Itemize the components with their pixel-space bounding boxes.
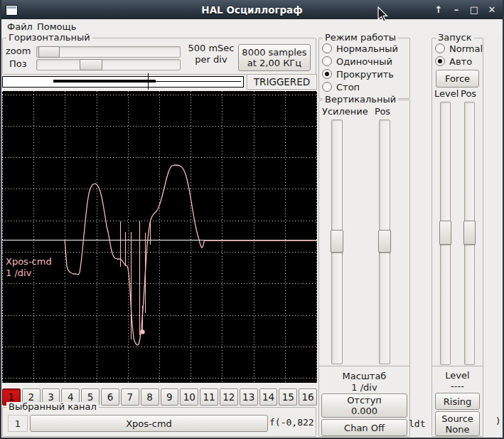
channel-button-13[interactable]: 13: [240, 388, 258, 406]
chan-off-button[interactable]: Chan Off: [321, 419, 407, 436]
channel-button-15[interactable]: 15: [279, 388, 297, 406]
vertical-group: Вертикальный Усиление Pos Масштаб 1 /div…: [318, 100, 410, 437]
radio-circle-icon[interactable]: [322, 69, 332, 79]
record-pending-segment: [156, 81, 241, 83]
samples-line2: at 2,00 КГц: [247, 58, 301, 68]
radio-circle-icon[interactable]: [322, 43, 332, 53]
vertical-separator: [319, 366, 409, 366]
radio-label: Прокрутить: [336, 69, 394, 80]
radio-option-Авто[interactable]: Авто: [432, 55, 483, 68]
samples-line1: 8000 samples: [242, 47, 306, 58]
horizontal-group: Горизонтальный zoom Поз 500 mSec per div…: [2, 38, 316, 75]
scope-channel-scale: 1 /div: [6, 268, 32, 278]
trigger-position-marker: [148, 73, 149, 90]
vpos-label: Pos: [375, 106, 390, 117]
radio-option-Прокрутить[interactable]: Прокрутить: [319, 68, 409, 80]
maximize-button[interactable]: □: [469, 0, 479, 19]
cursor-readout: f(-0,822: [269, 417, 314, 428]
scale-label: Масштаб: [319, 371, 409, 381]
shade-button[interactable]: ↑: [434, 0, 444, 19]
radio-label: Одиночный: [336, 56, 392, 67]
channel-name-label: Xpos-cmd: [126, 418, 172, 429]
offset-line1: Отступ: [347, 395, 382, 406]
app-window: HAL Осциллограф ↑ – □ ✕ Файл Помощь Гори…: [0, 0, 504, 439]
selected-channel-group-label: Выбранный канал: [6, 402, 99, 412]
trigger-level-handle[interactable]: [439, 221, 451, 245]
triggered-label: TRIGGERED: [254, 76, 310, 88]
minimize-button[interactable]: –: [451, 0, 461, 19]
waveform-trace: [65, 165, 317, 345]
offset-line2: 0.000: [351, 406, 377, 416]
trigger-pos-slider-label: Pos: [461, 88, 476, 99]
radio-option-Стоп[interactable]: Стоп: [319, 80, 409, 93]
run-mode-radios: НормальныйОдиночныйПрокрутитьСтоп: [319, 42, 409, 93]
channel-button-16[interactable]: 16: [299, 388, 317, 406]
gain-slider[interactable]: [331, 120, 343, 364]
zoom-slider-handle[interactable]: [38, 46, 60, 58]
radio-option-Нормальный[interactable]: Нормальный: [319, 42, 409, 55]
hpos-slider-handle[interactable]: [80, 59, 102, 70]
trigger-pos-handle[interactable]: [463, 221, 476, 245]
radio-label: Нормальный: [336, 43, 398, 54]
mouse-cursor: [377, 6, 388, 23]
horizontal-group-label: Горизонтальный: [6, 33, 92, 43]
trigger-pos-slider[interactable]: [464, 102, 475, 365]
offset-button[interactable]: Отступ 0.000: [321, 393, 407, 418]
close-button[interactable]: ✕: [487, 0, 497, 19]
channel-button-6[interactable]: 6: [101, 388, 119, 406]
titlebar: HAL Осциллограф ↑ – □ ✕: [0, 0, 504, 19]
latest-sample-marker: [140, 329, 144, 334]
radio-label: Normal: [449, 43, 483, 54]
window-body: Файл Помощь Горизонтальный zoom Поз 500 …: [0, 19, 504, 439]
samples-button[interactable]: 8000 samples at 2,00 КГц: [238, 44, 311, 71]
scope-channel-name: Xpos-cmd: [6, 256, 52, 267]
rising-button[interactable]: Rising: [435, 393, 480, 410]
vertical-group-label: Вертикальный: [323, 95, 398, 105]
trigger-level-label: Level: [432, 370, 483, 381]
rising-label: Rising: [444, 396, 472, 407]
scope-display[interactable]: Xpos-cmd1 /div: [2, 91, 317, 383]
triggered-status: TRIGGERED: [247, 74, 317, 90]
source-button[interactable]: Source None: [435, 411, 480, 436]
radio-label: Авто: [449, 56, 472, 67]
force-button[interactable]: Force: [436, 70, 479, 88]
radio-circle-icon[interactable]: [322, 82, 332, 92]
channel-button-7[interactable]: 7: [121, 388, 139, 406]
channel-button-12[interactable]: 12: [220, 388, 238, 406]
gain-label: Усиление: [322, 106, 368, 117]
channel-button-10[interactable]: 10: [180, 388, 198, 406]
trigger-group: Запуск NormalАвто Force Level Pos Level …: [431, 38, 483, 437]
sweep-rate-line2: per div: [184, 54, 238, 65]
channel-button-9[interactable]: 9: [161, 388, 179, 406]
zoom-slider[interactable]: [36, 46, 181, 58]
trigger-radios: NormalАвто: [432, 42, 483, 68]
run-mode-group: Режим работы НормальныйОдиночныйПрокрути…: [318, 38, 410, 99]
clipped-paren-fragment: ): [496, 416, 500, 426]
selected-channel-group: Выбранный канал 1 Xpos-cmd f(-0,822: [2, 407, 316, 437]
radio-circle-icon[interactable]: [435, 43, 445, 53]
trigger-level-slider-label: Level: [434, 88, 459, 99]
channel-name-button[interactable]: Xpos-cmd: [30, 415, 268, 432]
channel-button-8[interactable]: 8: [141, 388, 159, 406]
hpos-slider[interactable]: [36, 59, 181, 70]
sweep-rate-label: 500 mSec per div: [184, 43, 238, 65]
scale-value: 1 /div: [319, 382, 409, 393]
selected-channel-number: 1: [8, 415, 28, 432]
channel-button-14[interactable]: 14: [259, 388, 278, 406]
trigger-level-slider[interactable]: [440, 102, 451, 365]
radio-option-Одиночный[interactable]: Одиночный: [319, 55, 409, 68]
channel-button-11[interactable]: 11: [200, 388, 218, 406]
radio-circle-icon[interactable]: [322, 56, 332, 66]
trigger-level-value: ----: [432, 381, 483, 391]
vpos-slider[interactable]: [379, 120, 390, 364]
gain-slider-handle[interactable]: [331, 230, 343, 253]
trigger-group-label: Запуск: [436, 33, 474, 43]
source-line2: None: [446, 424, 470, 435]
chan-off-label: Chan Off: [344, 423, 385, 433]
radio-circle-icon[interactable]: [435, 56, 445, 66]
vpos-slider-handle[interactable]: [378, 230, 391, 253]
source-line1: Source: [441, 413, 473, 424]
run-mode-group-label: Режим работы: [323, 33, 398, 43]
clipped-text-fragment: ldt: [409, 418, 425, 429]
radio-option-Normal[interactable]: Normal: [432, 42, 483, 55]
